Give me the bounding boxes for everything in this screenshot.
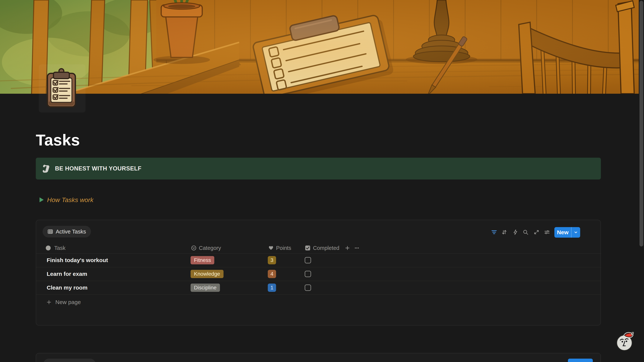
completed-checkbox[interactable]	[305, 285, 311, 291]
cover-illustration	[0, 0, 639, 94]
completed-checkbox[interactable]	[305, 257, 311, 263]
automations-icon[interactable]	[512, 229, 518, 235]
view-tab-label[interactable]: Active Tasks	[56, 229, 86, 235]
table-row: Clean my room Discipline 1	[36, 281, 601, 295]
chili-face-avatar-icon	[616, 332, 634, 352]
category-tag[interactable]: Fitness	[190, 256, 214, 264]
scroll-icon	[42, 164, 51, 173]
page-title[interactable]: Tasks	[36, 131, 80, 149]
completed-checkbox[interactable]	[305, 271, 311, 277]
table-row: Learn for exam Knowledge 4	[36, 267, 601, 281]
checkbox-icon	[305, 245, 311, 251]
second-view-tab[interactable]	[43, 359, 96, 362]
notion-page: Tasks BE HONEST WITH YOURSELF How Tasks …	[0, 0, 644, 362]
new-dropdown-button[interactable]	[572, 230, 580, 235]
table-row: Finish today's workout Fitness 3	[36, 253, 601, 267]
filter-icon[interactable]	[491, 229, 497, 235]
clipboard-checklist-icon	[46, 68, 77, 108]
callout-block: BE HONEST WITH YOURSELF	[36, 158, 601, 179]
chili-icon	[624, 332, 633, 337]
sort-icon[interactable]	[501, 229, 508, 235]
task-cell[interactable]: Clean my room	[47, 285, 88, 291]
second-database-card: New	[36, 353, 601, 362]
page-icon[interactable]	[46, 68, 77, 108]
callout-text: BE HONEST WITH YOURSELF	[55, 165, 142, 172]
new-button-label[interactable]: New	[554, 229, 571, 236]
user-avatar[interactable]	[616, 332, 634, 352]
toggle-how-tasks-work[interactable]: How Tasks work	[36, 195, 94, 205]
scrollbar-thumb[interactable]	[640, 1, 643, 247]
points-chip[interactable]: 3	[268, 256, 276, 264]
toggle-label[interactable]: How Tasks work	[47, 196, 94, 204]
second-new-button[interactable]: New	[568, 359, 593, 362]
database-card: Active Tasks	[36, 220, 601, 326]
category-tag[interactable]: Discipline	[190, 284, 220, 292]
chevron-down-icon	[574, 230, 578, 235]
more-options-icon[interactable]	[354, 245, 360, 251]
view-settings-icon[interactable]	[544, 229, 550, 235]
heart-icon	[268, 245, 274, 251]
column-header-completed[interactable]: Completed	[313, 245, 339, 251]
expand-icon[interactable]	[533, 229, 540, 235]
add-column-icon[interactable]	[344, 245, 350, 251]
plus-icon	[46, 299, 52, 305]
task-cell[interactable]: Finish today's workout	[47, 257, 108, 263]
view-tab-active-tasks[interactable]: Active Tasks	[42, 226, 91, 237]
table-header-row: Task Category Points Completed	[36, 243, 601, 254]
column-header-category[interactable]: Category	[199, 245, 221, 251]
points-chip[interactable]: 1	[268, 284, 276, 292]
new-page-button[interactable]: New page	[36, 295, 601, 310]
column-header-points[interactable]: Points	[276, 245, 291, 251]
toggle-arrow-icon[interactable]	[39, 197, 44, 203]
cover-image	[0, 0, 639, 94]
points-chip[interactable]: 4	[268, 270, 276, 278]
new-page-label[interactable]: New page	[55, 299, 81, 305]
column-header-task[interactable]: Task	[54, 245, 66, 251]
gray-circle-icon	[45, 245, 51, 251]
new-button[interactable]: New	[554, 227, 580, 238]
table-icon	[48, 229, 53, 234]
task-cell[interactable]: Learn for exam	[47, 271, 87, 277]
category-tag[interactable]: Knowledge	[190, 270, 224, 278]
search-icon[interactable]	[522, 229, 529, 235]
select-icon	[190, 245, 197, 251]
